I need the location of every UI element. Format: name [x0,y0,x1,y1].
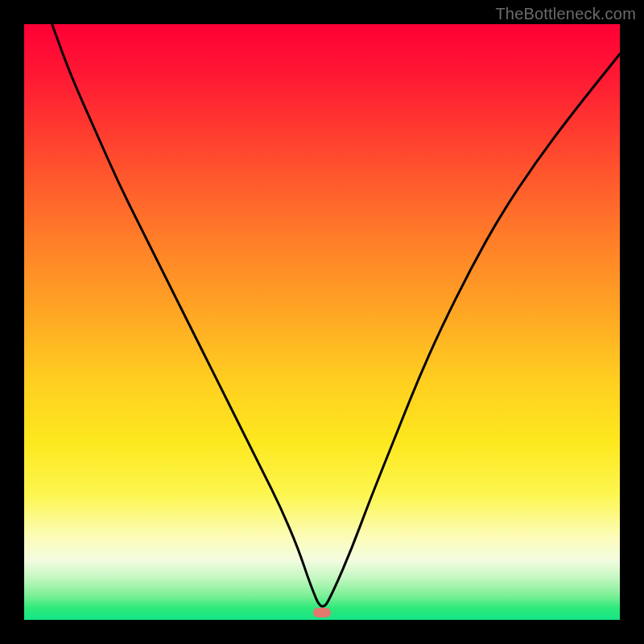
plot-area [24,24,620,620]
watermark-text: TheBottleneck.com [495,5,636,23]
bottleneck-curve [24,24,620,620]
minimum-marker [313,608,331,617]
chart-frame: TheBottleneck.com [0,0,644,644]
